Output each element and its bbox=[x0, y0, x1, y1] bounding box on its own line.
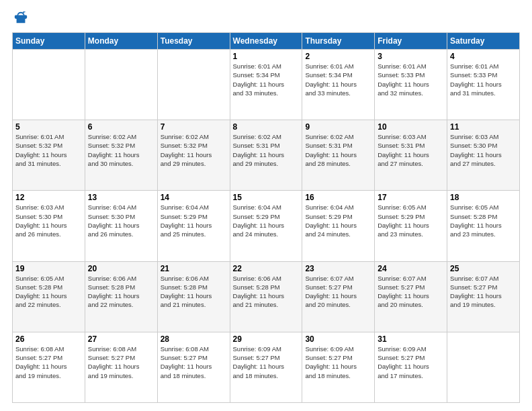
day-info: Sunrise: 6:08 AM Sunset: 5:27 PM Dayligh… bbox=[15, 345, 82, 380]
calendar-cell: 18Sunrise: 6:05 AM Sunset: 5:28 PM Dayli… bbox=[447, 191, 520, 261]
week-row-4: 19Sunrise: 6:05 AM Sunset: 5:28 PM Dayli… bbox=[13, 261, 520, 332]
logo-icon bbox=[13, 11, 28, 26]
day-number: 9 bbox=[305, 122, 371, 132]
day-number: 18 bbox=[450, 193, 517, 202]
calendar-cell: 17Sunrise: 6:05 AM Sunset: 5:29 PM Dayli… bbox=[375, 191, 447, 261]
calendar-cell: 13Sunrise: 6:04 AM Sunset: 5:30 PM Dayli… bbox=[85, 191, 157, 261]
day-info: Sunrise: 6:05 AM Sunset: 5:28 PM Dayligh… bbox=[15, 274, 82, 310]
day-info: Sunrise: 6:03 AM Sunset: 5:30 PM Dayligh… bbox=[450, 132, 517, 168]
week-row-3: 12Sunrise: 6:03 AM Sunset: 5:30 PM Dayli… bbox=[13, 191, 520, 261]
day-info: Sunrise: 6:01 AM Sunset: 5:32 PM Dayligh… bbox=[15, 132, 82, 168]
calendar-cell: 21Sunrise: 6:06 AM Sunset: 5:28 PM Dayli… bbox=[157, 261, 230, 332]
day-number: 17 bbox=[378, 193, 444, 202]
day-info: Sunrise: 6:01 AM Sunset: 5:34 PM Dayligh… bbox=[233, 62, 300, 97]
week-row-5: 26Sunrise: 6:08 AM Sunset: 5:27 PM Dayli… bbox=[13, 332, 520, 402]
day-info: Sunrise: 6:06 AM Sunset: 5:28 PM Dayligh… bbox=[88, 274, 154, 310]
day-info: Sunrise: 6:01 AM Sunset: 5:33 PM Dayligh… bbox=[378, 62, 444, 97]
day-info: Sunrise: 6:06 AM Sunset: 5:28 PM Dayligh… bbox=[161, 274, 227, 310]
day-header-wednesday: Wednesday bbox=[230, 33, 302, 50]
days-header-row: SundayMondayTuesdayWednesdayThursdayFrid… bbox=[13, 33, 520, 50]
calendar-cell bbox=[13, 50, 85, 120]
day-number: 4 bbox=[450, 52, 517, 61]
day-header-thursday: Thursday bbox=[302, 33, 375, 50]
day-number: 29 bbox=[233, 334, 300, 344]
day-info: Sunrise: 6:02 AM Sunset: 5:32 PM Dayligh… bbox=[161, 132, 227, 168]
calendar-cell: 6Sunrise: 6:02 AM Sunset: 5:32 PM Daylig… bbox=[85, 120, 157, 191]
day-info: Sunrise: 6:05 AM Sunset: 5:28 PM Dayligh… bbox=[450, 203, 517, 238]
day-number: 22 bbox=[233, 264, 300, 273]
day-info: Sunrise: 6:02 AM Sunset: 5:31 PM Dayligh… bbox=[305, 132, 371, 168]
day-info: Sunrise: 6:06 AM Sunset: 5:28 PM Dayligh… bbox=[233, 274, 300, 310]
day-info: Sunrise: 6:04 AM Sunset: 5:29 PM Dayligh… bbox=[233, 203, 300, 238]
calendar-cell bbox=[85, 50, 157, 120]
calendar-cell: 26Sunrise: 6:08 AM Sunset: 5:27 PM Dayli… bbox=[13, 332, 85, 402]
day-number: 12 bbox=[15, 193, 82, 202]
calendar-cell: 19Sunrise: 6:05 AM Sunset: 5:28 PM Dayli… bbox=[13, 261, 85, 332]
day-number: 1 bbox=[233, 52, 300, 61]
calendar-cell: 23Sunrise: 6:07 AM Sunset: 5:27 PM Dayli… bbox=[302, 261, 375, 332]
day-number: 23 bbox=[305, 264, 371, 273]
day-number: 26 bbox=[15, 334, 82, 344]
day-info: Sunrise: 6:02 AM Sunset: 5:31 PM Dayligh… bbox=[233, 132, 300, 168]
day-number: 27 bbox=[88, 334, 154, 344]
day-header-friday: Friday bbox=[375, 33, 447, 50]
calendar-cell: 22Sunrise: 6:06 AM Sunset: 5:28 PM Dayli… bbox=[230, 261, 302, 332]
day-info: Sunrise: 6:09 AM Sunset: 5:27 PM Dayligh… bbox=[378, 345, 444, 380]
calendar-cell: 25Sunrise: 6:07 AM Sunset: 5:27 PM Dayli… bbox=[447, 261, 520, 332]
calendar-cell: 31Sunrise: 6:09 AM Sunset: 5:27 PM Dayli… bbox=[375, 332, 447, 402]
day-number: 19 bbox=[15, 264, 82, 273]
day-info: Sunrise: 6:04 AM Sunset: 5:30 PM Dayligh… bbox=[88, 203, 154, 238]
day-header-monday: Monday bbox=[85, 33, 157, 50]
day-info: Sunrise: 6:09 AM Sunset: 5:27 PM Dayligh… bbox=[305, 345, 371, 380]
day-info: Sunrise: 6:01 AM Sunset: 5:34 PM Dayligh… bbox=[305, 62, 371, 97]
day-info: Sunrise: 6:08 AM Sunset: 5:27 PM Dayligh… bbox=[161, 345, 227, 380]
calendar-cell: 2Sunrise: 6:01 AM Sunset: 5:34 PM Daylig… bbox=[302, 50, 375, 120]
day-number: 5 bbox=[15, 122, 82, 132]
calendar-cell: 3Sunrise: 6:01 AM Sunset: 5:33 PM Daylig… bbox=[375, 50, 447, 120]
calendar-cell: 14Sunrise: 6:04 AM Sunset: 5:29 PM Dayli… bbox=[157, 191, 230, 261]
day-number: 10 bbox=[378, 122, 444, 132]
day-number: 20 bbox=[88, 264, 154, 273]
day-number: 24 bbox=[378, 264, 444, 273]
day-info: Sunrise: 6:07 AM Sunset: 5:27 PM Dayligh… bbox=[378, 274, 444, 310]
day-info: Sunrise: 6:03 AM Sunset: 5:31 PM Dayligh… bbox=[378, 132, 444, 168]
day-header-sunday: Sunday bbox=[13, 33, 85, 50]
day-info: Sunrise: 6:04 AM Sunset: 5:29 PM Dayligh… bbox=[161, 203, 227, 238]
calendar-cell: 4Sunrise: 6:01 AM Sunset: 5:33 PM Daylig… bbox=[447, 50, 520, 120]
week-row-2: 5Sunrise: 6:01 AM Sunset: 5:32 PM Daylig… bbox=[13, 120, 520, 191]
calendar-cell: 15Sunrise: 6:04 AM Sunset: 5:29 PM Dayli… bbox=[230, 191, 302, 261]
calendar-cell bbox=[157, 50, 230, 120]
calendar-body: 1Sunrise: 6:01 AM Sunset: 5:34 PM Daylig… bbox=[13, 50, 520, 403]
calendar-cell: 11Sunrise: 6:03 AM Sunset: 5:30 PM Dayli… bbox=[447, 120, 520, 191]
calendar-cell: 16Sunrise: 6:04 AM Sunset: 5:29 PM Dayli… bbox=[302, 191, 375, 261]
day-number: 13 bbox=[88, 193, 154, 202]
calendar-cell: 29Sunrise: 6:09 AM Sunset: 5:27 PM Dayli… bbox=[230, 332, 302, 402]
week-row-1: 1Sunrise: 6:01 AM Sunset: 5:34 PM Daylig… bbox=[13, 50, 520, 120]
calendar-cell: 9Sunrise: 6:02 AM Sunset: 5:31 PM Daylig… bbox=[302, 120, 375, 191]
calendar-table: SundayMondayTuesdayWednesdayThursdayFrid… bbox=[12, 32, 520, 403]
calendar-cell bbox=[447, 332, 520, 402]
page: SundayMondayTuesdayWednesdayThursdayFrid… bbox=[0, 0, 532, 411]
calendar-cell: 7Sunrise: 6:02 AM Sunset: 5:32 PM Daylig… bbox=[157, 120, 230, 191]
day-info: Sunrise: 6:02 AM Sunset: 5:32 PM Dayligh… bbox=[88, 132, 154, 168]
day-header-saturday: Saturday bbox=[447, 33, 520, 50]
day-number: 25 bbox=[450, 264, 517, 273]
logo bbox=[12, 11, 28, 26]
day-number: 11 bbox=[450, 122, 517, 132]
day-info: Sunrise: 6:09 AM Sunset: 5:27 PM Dayligh… bbox=[233, 345, 300, 380]
calendar-cell: 30Sunrise: 6:09 AM Sunset: 5:27 PM Dayli… bbox=[302, 332, 375, 402]
day-number: 3 bbox=[378, 52, 444, 61]
day-info: Sunrise: 6:07 AM Sunset: 5:27 PM Dayligh… bbox=[305, 274, 371, 310]
calendar-cell: 5Sunrise: 6:01 AM Sunset: 5:32 PM Daylig… bbox=[13, 120, 85, 191]
day-info: Sunrise: 6:04 AM Sunset: 5:29 PM Dayligh… bbox=[305, 203, 371, 238]
day-info: Sunrise: 6:03 AM Sunset: 5:30 PM Dayligh… bbox=[15, 203, 82, 238]
day-info: Sunrise: 6:01 AM Sunset: 5:33 PM Dayligh… bbox=[450, 62, 517, 97]
calendar-cell: 24Sunrise: 6:07 AM Sunset: 5:27 PM Dayli… bbox=[375, 261, 447, 332]
header bbox=[12, 11, 520, 26]
day-info: Sunrise: 6:07 AM Sunset: 5:27 PM Dayligh… bbox=[450, 274, 517, 310]
calendar-cell: 28Sunrise: 6:08 AM Sunset: 5:27 PM Dayli… bbox=[157, 332, 230, 402]
day-number: 16 bbox=[305, 193, 371, 202]
day-number: 21 bbox=[161, 264, 227, 273]
calendar-cell: 27Sunrise: 6:08 AM Sunset: 5:27 PM Dayli… bbox=[85, 332, 157, 402]
day-number: 8 bbox=[233, 122, 300, 132]
